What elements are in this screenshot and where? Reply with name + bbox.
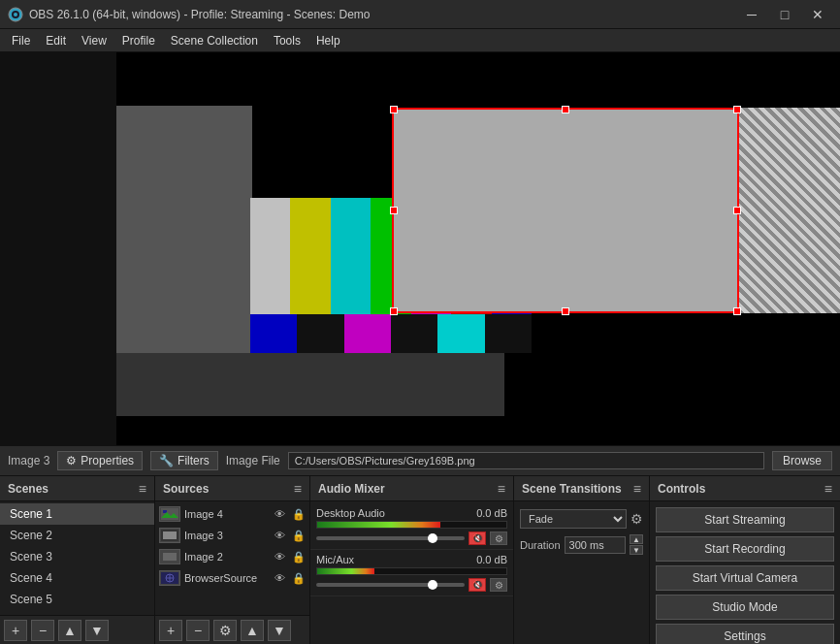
menu-tools[interactable]: Tools [266, 32, 308, 49]
menu-file[interactable]: File [4, 32, 38, 49]
sources-menu-icon[interactable]: ≡ [294, 481, 302, 497]
lock-icon-browser[interactable]: 🔒 [292, 572, 306, 585]
sources-list: Image 4 👁 🔒 Image 3 👁 🔒 [155, 501, 309, 615]
menu-bar: File Edit View Profile Scene Collection … [0, 29, 840, 52]
scenes-down-button[interactable]: ▼ [85, 620, 109, 641]
browser-thumb-icon [161, 572, 178, 584]
settings-button[interactable]: Settings [656, 624, 834, 644]
svg-rect-7 [163, 531, 177, 539]
audio-mic-settings-button[interactable]: ⚙ [490, 578, 507, 592]
source-item-image2[interactable]: Image 2 👁 🔒 [155, 546, 309, 567]
source-item-image4[interactable]: Image 4 👁 🔒 [155, 503, 309, 525]
menu-help[interactable]: Help [308, 32, 348, 49]
title-left: OBS 26.1.0 (64-bit, windows) - Profile: … [8, 7, 370, 22]
scene-item-4[interactable]: Scene 4 [0, 567, 154, 589]
scene-item-3[interactable]: Scene 3 [0, 546, 154, 567]
scenes-list: Scene 1 Scene 2 Scene 3 Scene 4 Scene 5 … [0, 501, 154, 615]
scene-item-2[interactable]: Scene 2 [0, 525, 154, 546]
scenes-remove-button[interactable]: − [31, 620, 54, 641]
duration-up-button[interactable]: ▲ [630, 534, 643, 544]
source-item-browsersource[interactable]: BrowserSource 👁 🔒 [155, 567, 309, 589]
studio-mode-button[interactable]: Studio Mode [656, 595, 834, 620]
properties-button[interactable]: ⚙ Properties [57, 451, 143, 470]
filter-icon: 🔧 [159, 454, 174, 467]
bot-blue [250, 314, 297, 353]
filters-button[interactable]: 🔧 Filters [150, 451, 218, 470]
transition-duration-row: Duration ▲ ▼ [520, 534, 643, 555]
audio-menu-icon[interactable]: ≡ [498, 481, 505, 497]
bot-black [297, 314, 343, 353]
audio-mic-name: Mic/Aux [316, 554, 354, 565]
audio-desktop-mute-button[interactable]: 🔇 [468, 531, 486, 545]
scenes-panel: Scenes ≡ Scene 1 Scene 2 Scene 3 Scene 4… [0, 476, 155, 644]
image-file-path[interactable]: C:/Users/OBS/Pictures/Grey169B.png [288, 452, 764, 469]
transitions-menu-icon[interactable]: ≡ [633, 481, 641, 497]
scene-item-1[interactable]: Scene 1 [0, 503, 154, 525]
source-name-image4: Image 4 [184, 508, 271, 520]
sources-panel-header: Sources ≡ [155, 476, 309, 501]
eye-icon-image2[interactable]: 👁 [275, 551, 288, 563]
audio-mixer-panel: Audio Mixer ≡ Desktop Audio 0.0 dB [310, 476, 514, 644]
source-thumb-image2 [159, 549, 180, 564]
transition-type-select[interactable]: Fade Cut Swipe [520, 509, 627, 529]
maximize-button[interactable]: □ [770, 5, 799, 24]
source-item-image3[interactable]: Image 3 👁 🔒 [155, 525, 309, 546]
duration-input[interactable] [565, 536, 626, 554]
source-thumb-image3 [159, 528, 180, 543]
sources-down-button[interactable]: ▼ [268, 620, 291, 641]
bot-magenta [344, 314, 391, 353]
audio-mic-db: 0.0 dB [476, 554, 507, 565]
start-recording-button[interactable]: Start Recording [656, 536, 834, 562]
sources-remove-button[interactable]: − [186, 620, 210, 641]
preview-canvas [0, 52, 840, 445]
audio-mic-mute-button[interactable]: 🔇 [468, 578, 486, 592]
menu-edit[interactable]: Edit [38, 32, 74, 49]
bars-bottom [250, 314, 532, 353]
lock-icon-image4[interactable]: 🔒 [292, 508, 306, 521]
scene-transitions-panel: Scene Transitions ≡ Fade Cut Swipe ⚙ [514, 476, 650, 644]
eye-icon-browser[interactable]: 👁 [275, 572, 288, 584]
menu-profile[interactable]: Profile [114, 32, 163, 49]
bot-black3 [485, 314, 532, 353]
panels-row: Scenes ≡ Scene 1 Scene 2 Scene 3 Scene 4… [0, 476, 840, 644]
audio-desktop-settings-button[interactable]: ⚙ [490, 531, 507, 545]
source-bar-label: Image 3 [8, 454, 49, 467]
obs-icon [8, 7, 23, 22]
scenes-add-button[interactable]: + [4, 620, 27, 641]
sources-add-button[interactable]: + [159, 620, 182, 641]
scenes-up-button[interactable]: ▲ [58, 620, 81, 641]
start-virtual-camera-button[interactable]: Start Virtual Camera [656, 565, 834, 591]
eye-icon-image4[interactable]: 👁 [275, 508, 288, 520]
transition-gear-icon[interactable]: ⚙ [630, 511, 643, 527]
controls-panel-header: Controls ≡ [650, 476, 840, 501]
minimize-button[interactable]: ─ [737, 5, 766, 24]
menu-view[interactable]: View [74, 32, 114, 49]
scenes-menu-icon[interactable]: ≡ [139, 481, 146, 497]
bot-black2 [391, 314, 437, 353]
duration-down-button[interactable]: ▼ [630, 545, 643, 555]
audio-mic-level [317, 568, 374, 574]
lock-icon-image2[interactable]: 🔒 [292, 551, 306, 564]
bar-cyan [331, 198, 371, 314]
browse-button[interactable]: Browse [772, 451, 832, 470]
close-button[interactable]: ✕ [803, 5, 832, 24]
source-thumb-image4 [159, 506, 180, 522]
audio-mic-slider-thumb [428, 580, 437, 590]
menu-scene-collection[interactable]: Scene Collection [163, 32, 266, 49]
sources-up-button[interactable]: ▲ [241, 620, 264, 641]
audio-mic-slider[interactable] [316, 583, 465, 587]
svg-rect-4 [163, 510, 167, 513]
eye-icon-image3[interactable]: 👁 [275, 530, 288, 541]
audio-desktop-slider[interactable] [316, 536, 465, 540]
bottom-panel: Image 3 ⚙ Properties 🔧 Filters Image Fil… [0, 445, 840, 644]
transition-select-row: Fade Cut Swipe ⚙ [520, 509, 643, 529]
audio-desktop-meter [316, 521, 507, 529]
controls-menu-icon[interactable]: ≡ [824, 481, 832, 497]
lock-icon-image3[interactable]: 🔒 [292, 530, 306, 542]
start-streaming-button[interactable]: Start Streaming [656, 507, 834, 532]
audio-panel-header: Audio Mixer ≡ [310, 476, 513, 501]
sources-settings-button[interactable]: ⚙ [213, 620, 237, 641]
scene-item-5[interactable]: Scene 5 [0, 589, 154, 610]
scenes-panel-header: Scenes ≡ [0, 476, 154, 501]
image-file-label: Image File [226, 454, 280, 467]
